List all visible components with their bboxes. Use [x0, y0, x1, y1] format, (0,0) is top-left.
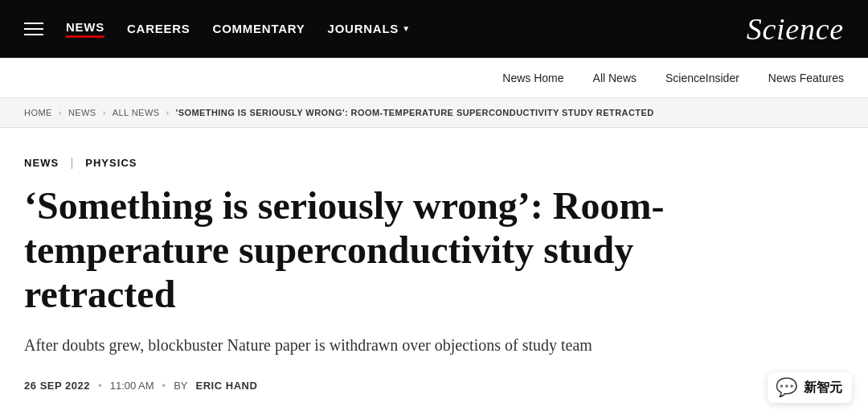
- breadcrumb: HOME › NEWS › ALL NEWS › 'SOMETHING IS S…: [24, 108, 844, 117]
- tag-divider: [72, 158, 72, 169]
- secondary-nav-news-features[interactable]: News Features: [768, 72, 844, 84]
- tag-news: NEWS: [24, 157, 59, 169]
- nav-item-journals[interactable]: JOURNALS ▼: [328, 22, 411, 35]
- breadcrumb-current-page: 'SOMETHING IS SERIOUSLY WRONG': ROOM-TEM…: [176, 108, 654, 117]
- breadcrumb-all-news[interactable]: ALL NEWS: [113, 108, 160, 117]
- wechat-account-name: 新智元: [804, 380, 842, 396]
- meta-separator-1: •: [98, 380, 102, 392]
- wechat-icon: 💬: [776, 377, 797, 398]
- breadcrumb-separator-1: ›: [59, 108, 62, 117]
- article-subtitle: After doubts grew, blockbuster Nature pa…: [24, 333, 635, 357]
- hamburger-menu-button[interactable]: [24, 23, 43, 35]
- article-author[interactable]: ERIC HAND: [196, 380, 258, 392]
- top-navigation: NEWS CAREERS COMMENTARY JOURNALS ▼ Scien…: [0, 0, 868, 58]
- breadcrumb-home[interactable]: HOME: [24, 108, 52, 117]
- nav-left-group: NEWS CAREERS COMMENTARY JOURNALS ▼: [24, 20, 411, 38]
- article-time: 11:00 AM: [110, 380, 154, 392]
- secondary-nav-items: News Home All News ScienceInsider News F…: [502, 72, 844, 84]
- article-date: 26 SEP 2022: [24, 380, 90, 392]
- chevron-down-icon: ▼: [402, 24, 411, 33]
- breadcrumb-separator-2: ›: [103, 108, 106, 117]
- meta-separator-2: •: [162, 380, 166, 392]
- secondary-nav-news-home[interactable]: News Home: [502, 72, 563, 84]
- nav-item-careers[interactable]: CAREERS: [127, 22, 190, 35]
- breadcrumb-separator-3: ›: [166, 108, 170, 117]
- wechat-watermark: 💬 新智元: [768, 372, 852, 403]
- article-area: NEWS PHYSICS ‘Something is seriously wro…: [0, 128, 723, 419]
- article-by-label: BY: [174, 380, 187, 392]
- article-title: ‘Something is seriously wrong’: Room-tem…: [24, 183, 699, 317]
- article-meta: 26 SEP 2022 • 11:00 AM • BY ERIC HAND: [24, 380, 699, 392]
- breadcrumb-news[interactable]: NEWS: [68, 108, 96, 117]
- nav-item-commentary[interactable]: COMMENTARY: [213, 22, 305, 35]
- tag-category: PHYSICS: [85, 157, 137, 169]
- breadcrumb-bar: HOME › NEWS › ALL NEWS › 'SOMETHING IS S…: [0, 98, 868, 128]
- nav-item-news[interactable]: NEWS: [66, 20, 104, 38]
- secondary-navigation: News Home All News ScienceInsider News F…: [0, 58, 868, 98]
- secondary-nav-all-news[interactable]: All News: [593, 72, 637, 84]
- site-logo[interactable]: Science: [747, 11, 844, 47]
- nav-item-journals-label: JOURNALS: [328, 22, 399, 35]
- secondary-nav-scienceinsider[interactable]: ScienceInsider: [665, 72, 739, 84]
- article-tags: NEWS PHYSICS: [24, 157, 699, 169]
